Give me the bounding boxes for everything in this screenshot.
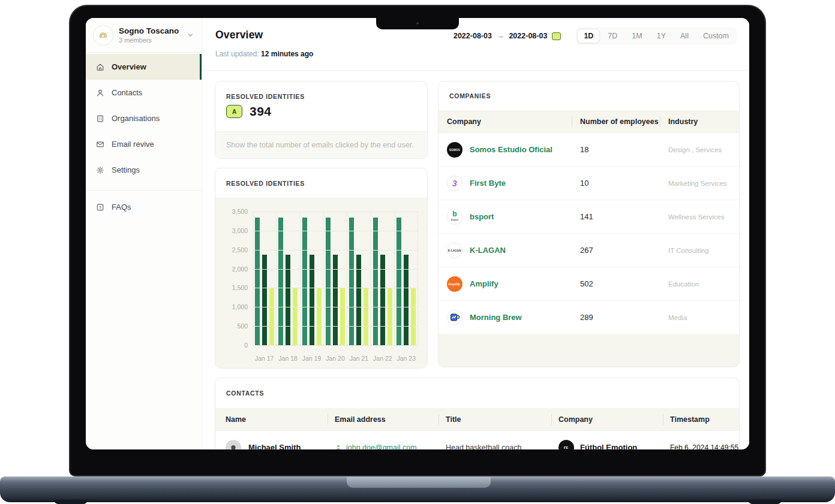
camera-notch (376, 18, 459, 29)
app-window: Sogno Toscano 3 members OverviewContacts… (86, 18, 749, 449)
page-title: Overview (215, 29, 263, 41)
contact-cell-timestamp: Feb 6, 2024 14:49:55 (663, 443, 739, 450)
grid-line (253, 269, 418, 270)
grid-line (253, 212, 418, 212)
lid-opening-notch (347, 477, 491, 488)
sidebar-item-label: Email revive (112, 140, 154, 149)
time-range-segmented-control: 1D7D1M1YAllCustom (575, 27, 737, 45)
companies-card-label: COMPANIES (449, 92, 491, 99)
x-axis-tick: Jan 19 (300, 355, 323, 362)
question-icon: ? (96, 203, 104, 212)
sidebar-item-overview[interactable]: Overview (86, 54, 202, 80)
workspace-meta: Sogno Toscano 3 members (119, 26, 181, 44)
x-axis-tick: Jan 17 (253, 355, 276, 362)
company-cell-name: 3First Byte (438, 176, 572, 191)
sidebar-item-label: Organisations (112, 114, 160, 123)
y-axis-tick: 2,000 (220, 265, 248, 273)
company-link[interactable]: K-LAGAN (470, 246, 506, 255)
date-range-picker[interactable]: 2022-08-03 → 2022-08-03 (453, 32, 561, 40)
companies-table-header: Company Number of employees Industry (438, 110, 739, 132)
bar-group-jan-21 (347, 212, 370, 345)
sidebar-item-contacts[interactable]: Contacts (86, 80, 202, 105)
contacts-card: CONTACTS Name Email address Title Compan… (215, 378, 740, 449)
x-axis-tick: Jan 21 (347, 355, 371, 362)
contact-email-link[interactable]: john.doe@gmail.com (346, 443, 417, 450)
company-cell-employees: 502 (572, 279, 660, 288)
company-link[interactable]: Amplify (470, 279, 498, 288)
resolved-identities-chart-card: RESOLVED IDENTITIES 3,5003,0002,5002,000… (215, 168, 428, 369)
column-name: Name (215, 415, 328, 424)
last-updated-label: Last updated: (215, 50, 259, 58)
companies-table-body: SOMOSSomos Estudio Oficial18Design , Ser… (438, 132, 739, 334)
column-email: Email address (328, 415, 438, 424)
grid-line (253, 250, 418, 251)
company-row: K-LAGANK-LAGAN267IT Consulting (438, 233, 739, 267)
stat-row: A 394 (226, 104, 272, 119)
sidebar-item-email-revive[interactable]: Email revive (86, 131, 202, 157)
last-updated-value: 12 minutes ago (261, 50, 313, 58)
company-row: Amplify.Amplify502Education (438, 267, 739, 300)
x-axis-tick: Jan 23 (395, 355, 418, 362)
sidebar-nav-primary: OverviewContactsOrganisationsEmail reviv… (86, 54, 202, 183)
last-updated: Last updated: 12 minutes ago (215, 50, 313, 58)
company-link[interactable]: First Byte (470, 179, 506, 188)
klagan-logo: K-LAGAN (447, 243, 462, 258)
company-link[interactable]: Morning Brew (470, 313, 522, 322)
range-button-1y[interactable]: 1Y (650, 29, 672, 43)
y-axis-tick: 0 (220, 342, 248, 349)
range-button-1m[interactable]: 1M (625, 29, 648, 43)
grid-line (253, 307, 418, 307)
bar-series-3 (388, 288, 392, 345)
laptop-mockup: Sogno Toscano 3 members OverviewContacts… (0, 0, 835, 504)
range-button-1d[interactable]: 1D (577, 29, 600, 43)
contact-avatar (226, 440, 241, 450)
building-icon (96, 114, 104, 123)
workspace-logo (93, 25, 113, 46)
range-button-custom[interactable]: Custom (696, 29, 735, 43)
company-link[interactable]: Somos Estudio Oficial (470, 145, 552, 154)
amplify-logo: Amplify. (447, 276, 462, 292)
chart-plot: 3,5003,0002,5002,0001,5001,0005000 (253, 212, 418, 345)
y-axis-tick: 500 (220, 322, 248, 330)
bar-series-3 (269, 288, 274, 345)
company-cell-employees: 141 (572, 212, 660, 221)
sidebar-item-settings[interactable]: Settings (86, 157, 202, 183)
contacts-card-label: CONTACTS (226, 390, 264, 397)
company-cell-employees: 18 (572, 145, 660, 154)
bar-group-jan-23 (394, 212, 418, 345)
company-row: bbsportbsport141Wellness Services (438, 200, 739, 233)
column-timestamp: Timestamp (663, 415, 739, 424)
header-controls: 2022-08-03 → 2022-08-03 1D7D1M1YAllCusto… (453, 27, 737, 45)
contact-cell-name: Michael Smith (215, 440, 328, 450)
chart-card-header: RESOLVED IDENTITIES (215, 168, 427, 198)
company-cell-name: bbsportbsport (438, 209, 572, 225)
morningbrew-logo (447, 310, 462, 325)
sidebar-item-label: Settings (112, 165, 140, 174)
company-link[interactable]: bsport (470, 212, 494, 221)
bar-series-3 (317, 288, 322, 345)
mail-icon (96, 140, 104, 149)
company-cell-employees: 289 (572, 313, 660, 322)
sidebar-item-label: Overview (112, 62, 146, 71)
somos-logo: SOMOS (447, 142, 462, 158)
companies-card-header: COMPANIES (438, 82, 739, 110)
user-icon (96, 89, 104, 97)
date-to: 2022-08-03 (509, 32, 547, 40)
y-axis-tick: 3,500 (220, 208, 248, 215)
chart-x-axis: Jan 17Jan 18Jan 19Jan 20Jan 21Jan 22Jan … (253, 355, 418, 362)
workspace-switcher[interactable]: Sogno Toscano 3 members (86, 18, 202, 53)
bar-group-jan-22 (370, 212, 394, 345)
range-button-7d[interactable]: 7D (601, 29, 624, 43)
range-button-all[interactable]: All (674, 29, 695, 43)
resolved-identities-stat-card: RESOLVED IDENTITIES A 394 Show the total… (215, 81, 428, 159)
column-industry: Industry (660, 117, 739, 126)
company-cell-industry: Design , Services (660, 146, 739, 153)
company-row: Morning Brew289Media (438, 300, 739, 334)
grid-line (253, 345, 418, 346)
sidebar-item-organisations[interactable]: Organisations (86, 105, 202, 131)
futbol-logo-contact: FE (558, 440, 574, 450)
sidebar-item-faqs[interactable]: ?FAQs (86, 194, 202, 220)
bar-series-3 (293, 288, 298, 345)
grid-line (253, 326, 418, 327)
grid-line (253, 231, 418, 231)
